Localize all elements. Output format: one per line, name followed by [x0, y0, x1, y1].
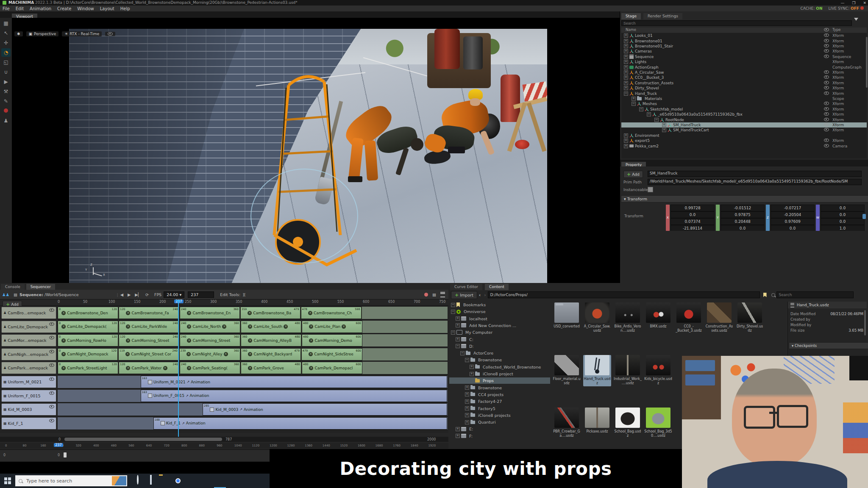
clip-CamLite_Demopack[interactable]: 0×CamLite_Demopack (120 [58, 321, 118, 333]
expand-toggle[interactable]: + [465, 406, 469, 410]
matrix-cell[interactable]: 0.0 [821, 218, 865, 225]
expand-toggle[interactable]: − [451, 303, 455, 307]
matrix-cell[interactable]: 0.0 [821, 205, 865, 211]
track-eye-icon[interactable] [49, 377, 54, 382]
expand-toggle[interactable]: + [465, 413, 469, 417]
expand-toggle[interactable]: + [624, 60, 628, 64]
visibility-eye-icon[interactable] [824, 107, 829, 111]
clip-CamBrownstone_Ch[interactable]: 478×CamBrownstone_Ch598 [301, 307, 362, 319]
viewport-settings-button[interactable]: ✱ [14, 31, 23, 36]
content-tree-item-Props[interactable]: Props [449, 377, 550, 384]
stage-tree-item-Hand_Truck[interactable]: −Hand_TruckXform [621, 91, 867, 96]
expand-toggle[interactable]: + [456, 316, 460, 321]
expand-toggle[interactable]: + [624, 133, 628, 138]
expand-toggle[interactable]: + [662, 128, 666, 132]
content-tree-item-Omniverse[interactable]: −Omniverse [449, 308, 550, 315]
visibility-eye-icon[interactable] [824, 44, 829, 48]
prim-name-field[interactable]: SM_HandTruck [648, 171, 862, 177]
matrix-cell[interactable]: 1.0 [821, 225, 865, 231]
track-lane-CamNigh...emopack[interactable]: 0×CamNight_Demopack120119×CamNight_Stree… [58, 348, 448, 361]
stage-search-input[interactable] [621, 20, 852, 26]
stage-tree-item-export5[interactable]: +export5Xform [621, 138, 867, 143]
matrix-cell[interactable]: 0.97875 [721, 211, 765, 218]
content-tree-item-C-[interactable]: +C: [449, 336, 550, 343]
maximize-button[interactable]: ❐ [852, 1, 855, 5]
prop-barrel[interactable] [434, 29, 460, 69]
visibility-eye-icon[interactable] [824, 123, 829, 127]
asset-floor[interactable]: Floor_material.usdz [553, 355, 581, 385]
fps-dropdown[interactable]: 24.00 ▾ [164, 291, 184, 298]
track-lane-Kid_F_1[interactable]: 188Kid_F_1↗Animation [58, 417, 448, 430]
expand-toggle[interactable]: − [624, 92, 628, 96]
track-eye-icon[interactable] [49, 336, 54, 340]
stage-tree-item-_e65d9510a0643a0a51549571159362b_fbx[interactable]: −_e65d9510a0643a0a51549571159362b_fbxXfo… [621, 112, 867, 117]
import-button[interactable]: +Import [451, 291, 477, 299]
expand-toggle[interactable]: + [456, 337, 460, 341]
content-tree-item-iClone8-projects[interactable]: +iClone8 projects [449, 412, 550, 419]
clip-CamLite_ParkWide[interactable]: 120×CamLite_ParkWide240 [119, 321, 179, 333]
content-tree-item-E-[interactable]: +E: [449, 426, 550, 432]
stage-tree-item-ActionGraph[interactable]: +ActionGraphComputeGraph [621, 64, 867, 69]
move-tool-icon[interactable]: ✢ [1, 39, 11, 47]
expand-toggle[interactable]: + [456, 427, 460, 431]
stage-tree-item-SM_HandTruck[interactable]: +SM_HandTruckXform [621, 122, 867, 128]
track-label-Kid_F_1[interactable]: ▦Kid_F_1 [1, 417, 56, 430]
expand-toggle[interactable]: + [624, 86, 628, 90]
clip-CamMorning_Street[interactable]: 240×CamMorning_Street360 [180, 334, 240, 347]
menu-file[interactable]: File [3, 6, 10, 11]
expand-toggle[interactable]: + [465, 385, 469, 390]
stage-tree-item-Sketchfab_model[interactable]: −Sketchfab_modelXform [621, 107, 867, 112]
track-label-CamLite_Demopack[interactable]: ♟CamLite_Demopack [1, 321, 56, 333]
asset-bike[interactable]: Bike_Ardis_Veron....usdz [614, 302, 642, 333]
stage-tree-item-Brownstone01_Stair[interactable]: +Brownstone01_StairXform [621, 44, 867, 49]
clip-CamMorning_Street[interactable]: 120×CamMorning_Street240 [119, 334, 179, 347]
matrix-cell[interactable]: 0.0 [771, 225, 815, 231]
checkpoints-section[interactable]: ▾ Checkpoints [789, 342, 868, 349]
visibility-eye-icon[interactable] [824, 144, 829, 148]
clip-CamBrownstone_Den[interactable]: 0×CamBrownstone_Den120 [58, 307, 118, 319]
tab-curve-editor[interactable]: Curve Editor [450, 284, 482, 290]
prop-red-bowl[interactable] [515, 140, 529, 149]
visibility-eye-icon[interactable] [824, 75, 829, 80]
matrix-cell[interactable]: 0.0 [721, 225, 765, 231]
asset-pickaxe[interactable]: Pickaxe.usdz [583, 408, 611, 434]
wrench-tool-icon[interactable]: ⚒ [1, 87, 11, 96]
stage-tree-item-A_Circular_Saw[interactable]: +A_Circular_SawXform [621, 70, 867, 75]
visibility-eye-icon[interactable] [824, 81, 829, 85]
track-eye-icon[interactable] [49, 363, 54, 368]
clip-CamBrownstone_Fa[interactable]: 120×CamBrownstone_Fa240 [119, 307, 179, 319]
track-lane-CamPark...emopack[interactable]: 0×CamPark_StreetLight120120×CamPark_Wate… [58, 362, 448, 374]
slider-handle[interactable] [64, 452, 67, 458]
matrix-cell[interactable]: 0.97609 [771, 218, 815, 225]
content-tree-item-ActorCore[interactable]: −ActorCore [449, 350, 550, 356]
edit-tool-bracket-icon[interactable]: ][ [242, 292, 245, 297]
menu-window[interactable]: Window [77, 6, 94, 11]
tab-console[interactable]: Console [1, 284, 25, 290]
expand-toggle[interactable]: − [632, 102, 636, 106]
play-button[interactable]: ▶ [128, 292, 131, 297]
clip-CamNight_SideStree[interactable]: 479×CamNight_SideStree600 [301, 348, 362, 360]
track-eye-icon[interactable] [49, 322, 54, 327]
prop-barrel-dark[interactable] [463, 36, 483, 69]
asset-saw[interactable]: A_Circular_Saw.usdz [583, 302, 611, 333]
expand-toggle[interactable]: + [624, 81, 628, 85]
character-tool-icon[interactable]: ♟ [1, 116, 11, 125]
forward-button[interactable]: › [484, 292, 486, 298]
visibility-eye-icon[interactable] [824, 39, 829, 43]
worker-crouching[interactable] [421, 80, 506, 177]
expand-toggle[interactable]: + [632, 97, 636, 101]
expand-toggle[interactable]: + [624, 49, 628, 53]
track-lane-Uniform_M_0021[interactable]: 163Uniform_M_0021↗Animation [58, 376, 448, 388]
expand-toggle[interactable]: − [451, 310, 455, 314]
asset-bag[interactable]: School_Bag.usdz [614, 408, 642, 438]
content-tree-item-iClone8-project[interactable]: +iClone8 project [449, 371, 550, 377]
chrome-icon[interactable] [173, 476, 183, 486]
teams-icon[interactable] [201, 476, 211, 486]
menu-create[interactable]: Create [57, 6, 71, 11]
snap-tool-icon[interactable]: ∪ [1, 68, 11, 76]
render-mode-button[interactable]: ☀RTX - Real-Time [62, 31, 102, 36]
matrix-cell[interactable]: -0.07217 [771, 205, 815, 211]
tab-sequencer[interactable]: Sequencer [26, 284, 55, 290]
stage-tree-item-SM_HandTruckCart[interactable]: +SM_HandTruckCartXform [621, 128, 867, 133]
expand-toggle[interactable]: + [470, 365, 474, 369]
